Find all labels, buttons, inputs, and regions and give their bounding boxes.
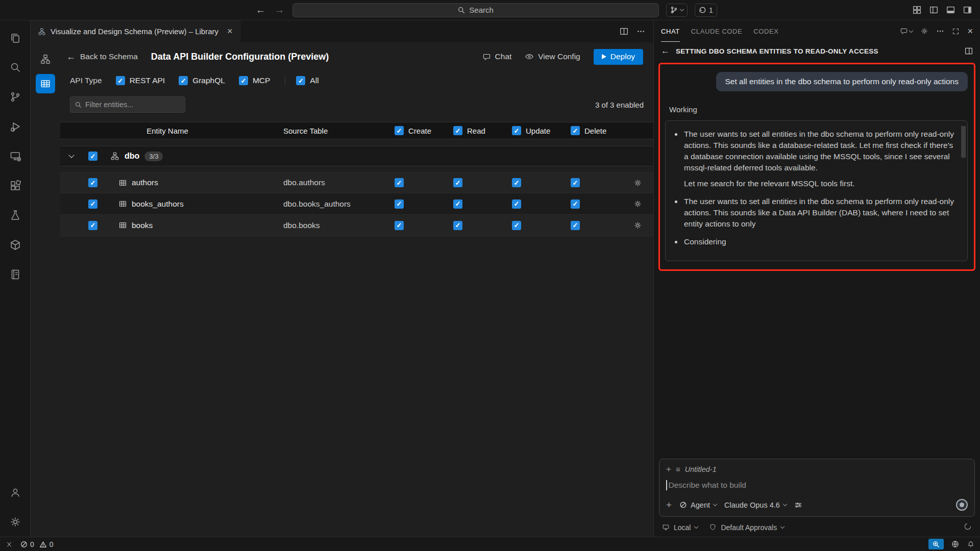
tab-close-icon[interactable]: × — [227, 26, 233, 37]
source-control-icon[interactable] — [3, 85, 28, 109]
table-row-authors[interactable]: authors dbo.authors — [60, 172, 653, 193]
row-settings-icon[interactable] — [633, 221, 642, 230]
update-checkbox[interactable] — [512, 199, 521, 209]
api-option-all[interactable]: All — [296, 76, 318, 85]
update-checkbox[interactable] — [512, 178, 521, 187]
api-option-mcp[interactable]: MCP — [239, 76, 270, 85]
settings-gear-icon[interactable] — [3, 510, 28, 534]
session-back-icon[interactable]: ← — [661, 46, 670, 56]
problems-indicator[interactable]: 0 0 — [20, 540, 54, 548]
chat-input-box[interactable]: + ≡ Untitled-1 Describe what to build + … — [659, 459, 975, 517]
tab-visualize-design-schema[interactable]: Visualize and Design Schema (Preview) – … — [31, 20, 240, 42]
database-projects-icon[interactable] — [3, 233, 28, 257]
toggle-sidebar-icon[interactable] — [929, 6, 938, 14]
close-panel-icon[interactable]: × — [967, 27, 973, 36]
api-config-view-icon[interactable] — [36, 74, 55, 93]
remote-indicator-icon[interactable] — [5, 540, 13, 548]
create-all-checkbox[interactable] — [395, 126, 404, 135]
delete-checkbox[interactable] — [571, 221, 580, 230]
filter-entities-field[interactable] — [70, 96, 185, 113]
command-center-search[interactable]: Search — [292, 3, 659, 17]
remote-explorer-icon[interactable] — [3, 144, 28, 168]
row-checkbox[interactable] — [88, 199, 97, 209]
filter-entities-input[interactable] — [85, 101, 180, 109]
update-checkbox[interactable] — [512, 221, 521, 230]
add-context-icon[interactable]: + — [666, 465, 671, 473]
all-checkbox[interactable] — [296, 76, 305, 85]
environment-picker[interactable]: Local — [662, 523, 698, 532]
copilot-menu-button[interactable] — [666, 4, 688, 17]
branch-icon — [670, 6, 678, 14]
open-in-editor-icon[interactable] — [965, 47, 973, 55]
row-settings-icon[interactable] — [633, 199, 642, 208]
schema-graph-view-icon[interactable] — [36, 49, 55, 69]
toggle-secondary-sidebar-icon[interactable] — [963, 6, 972, 14]
tab-claude-code[interactable]: CLAUDE CODE — [691, 20, 743, 42]
toggle-panel-icon[interactable] — [946, 6, 955, 14]
api-option-graphql[interactable]: GraphQL — [179, 76, 225, 85]
back-to-schema-button[interactable]: ← Back to Schema — [66, 52, 138, 62]
update-all-checkbox[interactable] — [512, 126, 521, 135]
create-checkbox[interactable] — [395, 221, 404, 230]
agent-thinking-box[interactable]: The user wants to set all entities in th… — [665, 120, 968, 261]
more-actions-icon[interactable] — [936, 27, 944, 35]
mcp-checkbox[interactable] — [239, 76, 248, 85]
maximize-panel-icon[interactable] — [952, 28, 960, 35]
tools-filter-icon[interactable] — [794, 501, 802, 509]
context-file-chip[interactable]: Untitled-1 — [685, 465, 717, 473]
search-sidebar-icon[interactable] — [3, 55, 28, 79]
notifications-bell-icon[interactable] — [967, 540, 975, 548]
delete-all-checkbox[interactable] — [571, 126, 580, 135]
attach-icon[interactable]: + — [666, 500, 672, 510]
tab-codex[interactable]: CODEX — [753, 20, 778, 42]
create-checkbox[interactable] — [395, 199, 404, 209]
api-type-filter: API Type REST API GraphQL MCP — [60, 73, 653, 88]
schema-group-row[interactable]: dbo 3/3 — [60, 146, 653, 166]
split-editor-icon[interactable] — [620, 27, 628, 36]
approvals-picker[interactable]: Default Approvals — [709, 523, 784, 532]
notebook-icon[interactable] — [3, 262, 28, 286]
read-checkbox[interactable] — [453, 199, 462, 209]
chat-settings-gear-icon[interactable] — [920, 27, 928, 35]
graphql-checkbox[interactable] — [179, 76, 188, 85]
model-picker[interactable]: Claude Opus 4.6 — [724, 501, 787, 509]
collapse-chevron-icon[interactable] — [68, 152, 74, 158]
testing-icon[interactable] — [3, 203, 28, 227]
new-chat-button[interactable] — [900, 27, 913, 35]
rest-api-checkbox[interactable] — [116, 76, 125, 85]
voice-input-button[interactable] — [956, 499, 968, 511]
read-checkbox[interactable] — [453, 178, 462, 187]
read-all-checkbox[interactable] — [453, 126, 462, 135]
row-checkbox[interactable] — [88, 178, 97, 187]
row-settings-icon[interactable] — [633, 179, 642, 187]
table-row-books[interactable]: books dbo.books — [60, 215, 653, 236]
deploy-button[interactable]: Deploy — [594, 49, 643, 65]
nav-forward-button[interactable]: → — [274, 5, 285, 16]
delete-checkbox[interactable] — [571, 178, 580, 187]
scrollbar-thumb[interactable] — [961, 126, 966, 158]
zoom-status-button[interactable] — [928, 539, 944, 549]
delete-checkbox[interactable] — [571, 199, 580, 209]
create-checkbox[interactable] — [395, 178, 404, 187]
chat-button[interactable]: Chat — [482, 52, 512, 61]
nav-back-button[interactable]: ← — [255, 5, 266, 16]
chevron-down-icon — [680, 7, 684, 11]
table-row-books-authors[interactable]: books_authors dbo.books_authors — [60, 193, 653, 215]
api-option-rest[interactable]: REST API — [116, 76, 165, 85]
schema-group-checkbox[interactable] — [88, 152, 97, 161]
chat-text-input[interactable]: Describe what to build — [666, 480, 968, 490]
read-checkbox[interactable] — [453, 221, 462, 230]
editor-more-actions-icon[interactable] — [636, 27, 645, 36]
extensions-icon[interactable] — [3, 173, 28, 197]
language-globe-icon[interactable] — [951, 540, 960, 548]
run-debug-icon[interactable] — [3, 114, 28, 138]
view-config-button[interactable]: View Config — [525, 52, 580, 61]
tab-chat[interactable]: CHAT — [661, 20, 680, 42]
customize-layout-icon[interactable] — [913, 6, 921, 14]
session-counter-button[interactable]: 1 — [695, 4, 717, 17]
account-icon[interactable] — [3, 480, 28, 504]
row-checkbox[interactable] — [88, 221, 97, 230]
explorer-icon[interactable] — [3, 26, 28, 49]
mode-picker[interactable]: Agent — [679, 501, 717, 509]
editor-area: Visualize and Design Schema (Preview) – … — [31, 20, 653, 537]
